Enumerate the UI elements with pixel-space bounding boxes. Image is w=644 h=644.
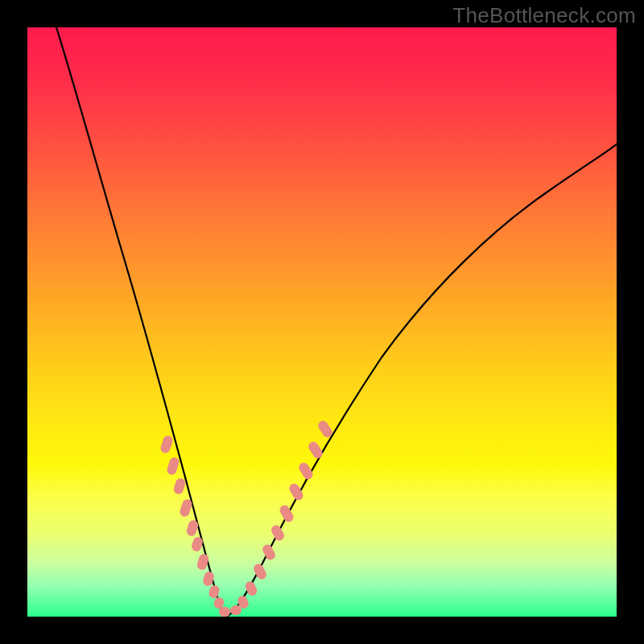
svg-rect-2 [172, 477, 187, 496]
plot-area [27, 27, 617, 617]
left-curve [56, 27, 227, 616]
svg-rect-16 [270, 523, 286, 542]
svg-rect-8 [208, 584, 221, 599]
svg-rect-6 [196, 553, 209, 572]
svg-rect-20 [307, 440, 324, 460]
right-markers [229, 419, 334, 617]
svg-rect-1 [166, 456, 180, 477]
chart-svg [27, 27, 617, 617]
right-curve [227, 144, 617, 616]
svg-rect-18 [287, 481, 305, 502]
left-markers [159, 435, 231, 617]
chart-frame: TheBottleneck.com [0, 0, 644, 644]
svg-rect-15 [261, 543, 277, 561]
svg-rect-0 [159, 435, 174, 455]
watermark: TheBottleneck.com [452, 3, 636, 28]
